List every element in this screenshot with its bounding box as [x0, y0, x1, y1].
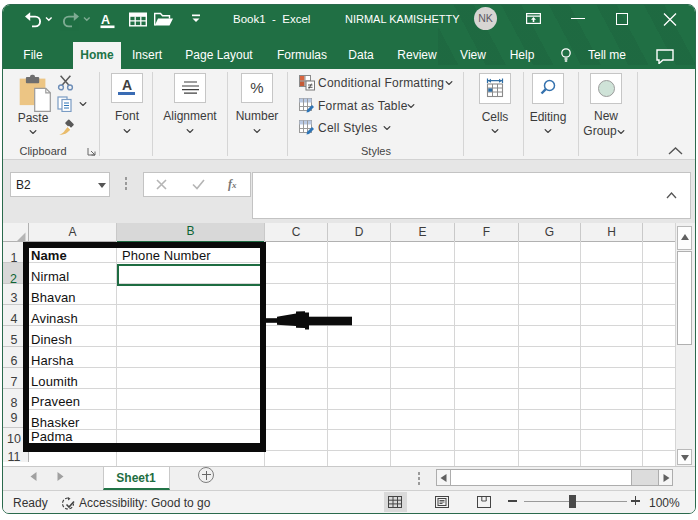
- svg-text:A: A: [101, 13, 110, 27]
